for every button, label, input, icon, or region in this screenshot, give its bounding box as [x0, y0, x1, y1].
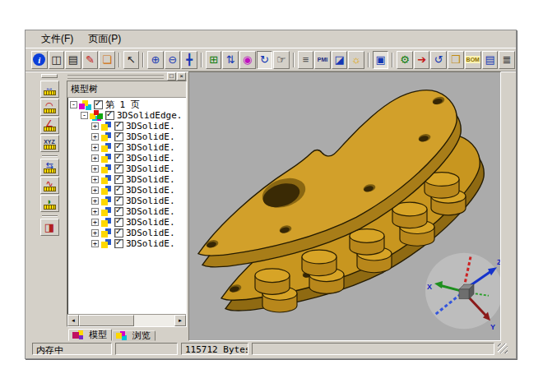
expand-toggle[interactable]: -: [81, 112, 88, 119]
visibility-checkbox[interactable]: [114, 218, 123, 227]
markup-pen-button[interactable]: ✎: [82, 51, 99, 69]
explode-button[interactable]: ⚙: [397, 51, 413, 69]
zoom-window-button[interactable]: ⊞: [206, 51, 222, 69]
tree-node-part[interactable]: + 3DSolidE.: [67, 206, 186, 217]
print-preview-button[interactable]: ◫: [49, 51, 65, 69]
zoom-dynamic-button[interactable]: ⇅: [222, 51, 239, 69]
orbit-button[interactable]: ◉: [239, 51, 256, 69]
scroll-left-button[interactable]: ◄: [67, 315, 79, 326]
measure-area-button[interactable]: ◗: [40, 195, 59, 212]
toolbar-icon: ⊞: [209, 54, 218, 65]
assembly-blocks-button[interactable]: ❒: [448, 51, 464, 69]
part-icon: [100, 207, 112, 216]
visibility-checkbox[interactable]: [114, 154, 123, 163]
measure-curve-button[interactable]: ∿: [40, 177, 59, 194]
tree-node-part[interactable]: + 3DSolidE.: [67, 238, 186, 249]
visibility-checkbox[interactable]: [114, 164, 123, 173]
expand-toggle[interactable]: +: [91, 122, 99, 130]
visibility-checkbox[interactable]: [94, 100, 103, 109]
resize-grip[interactable]: [498, 344, 508, 353]
measure-volume-button[interactable]: ◨: [40, 219, 59, 236]
expand-toggle[interactable]: +: [91, 229, 99, 237]
tree-node-assembly[interactable]: - 3DSolidEdge.: [67, 110, 186, 121]
zoom-in-button[interactable]: ⊕: [147, 51, 164, 69]
measure-radius-button[interactable]: ◠: [40, 99, 59, 116]
visibility-checkbox[interactable]: [114, 207, 123, 216]
scroll-thumb[interactable]: [79, 315, 134, 326]
tree-node-part[interactable]: + 3DSolidE.: [67, 185, 186, 196]
scroll-track[interactable]: [79, 315, 174, 326]
hand-pan-button[interactable]: ☞: [273, 51, 290, 69]
toolbar-icon: ↖: [127, 54, 136, 65]
tree-node-part[interactable]: + 3DSolidE.: [67, 131, 186, 142]
scroll-right-button[interactable]: ►: [174, 315, 186, 326]
tab-icon: [72, 330, 84, 339]
measure-gap-button[interactable]: ⇆: [40, 159, 59, 176]
gripper-lines[interactable]: [67, 74, 164, 79]
visibility-checkbox[interactable]: [105, 111, 114, 120]
tree-node-label: 3DSolidE.: [126, 142, 175, 153]
panel-maximize-button[interactable]: □: [167, 72, 176, 81]
tree-node-part[interactable]: + 3DSolidE.: [67, 228, 186, 238]
visibility-checkbox[interactable]: [114, 122, 123, 131]
tree-node-part[interactable]: + 3DSolidE.: [67, 164, 186, 174]
zoom-out-button[interactable]: ⊖: [165, 51, 181, 69]
expand-toggle[interactable]: +: [91, 187, 99, 194]
toolbar-icon: ☞: [276, 54, 286, 65]
expand-toggle[interactable]: +: [91, 176, 99, 183]
visibility-checkbox[interactable]: [114, 143, 123, 152]
visibility-checkbox[interactable]: [114, 228, 123, 238]
orientation-gizmo[interactable]: Z X Y: [425, 253, 500, 332]
visibility-checkbox[interactable]: [114, 196, 123, 205]
menu-file[interactable]: 文件(F): [34, 30, 81, 48]
tree-node-part[interactable]: + 3DSolidE.: [67, 142, 186, 153]
toolbar-gripper[interactable]: [41, 74, 58, 78]
expand-toggle[interactable]: +: [91, 165, 99, 173]
expand-toggle[interactable]: +: [91, 197, 99, 205]
measure-angle-button[interactable]: ∠: [40, 117, 59, 134]
tree-node-part[interactable]: + 3DSolidE.: [67, 196, 186, 206]
move-part-button[interactable]: ➔: [414, 51, 430, 69]
expand-toggle[interactable]: +: [91, 133, 99, 141]
tree-node-part[interactable]: + 3DSolidE.: [67, 121, 186, 131]
expand-toggle[interactable]: +: [91, 240, 99, 247]
tab-model[interactable]: 模型: [68, 329, 112, 341]
expand-toggle[interactable]: +: [91, 144, 99, 151]
print-button[interactable]: ▤: [65, 51, 81, 69]
report-button[interactable]: ▤: [482, 51, 499, 69]
visibility-checkbox[interactable]: [114, 186, 123, 195]
spin-button[interactable]: ↻: [257, 51, 273, 69]
export-button[interactable]: ❏: [99, 51, 115, 69]
snapshot-button[interactable]: ▣: [373, 51, 389, 69]
layers-button[interactable]: ≡: [298, 51, 314, 69]
viewport-3d[interactable]: Z X Y: [188, 71, 501, 341]
info-button[interactable]: i: [31, 51, 48, 69]
panel-gripper[interactable]: □ ×: [67, 71, 187, 81]
assembly-rotate-button[interactable]: ↺: [430, 51, 447, 69]
tree-horizontal-scrollbar[interactable]: ◄ ►: [67, 314, 186, 326]
panel-close-button[interactable]: ×: [177, 72, 186, 81]
tree-view-button[interactable]: ≣: [499, 51, 515, 69]
toolbar-icon: ✎: [86, 54, 95, 65]
expand-toggle[interactable]: +: [91, 208, 99, 215]
view-cube-button[interactable]: ◪: [332, 51, 348, 69]
tab-browse[interactable]: 浏览: [112, 330, 155, 341]
bom-button[interactable]: BOM: [465, 51, 481, 69]
select-cursor-button[interactable]: ↖: [123, 51, 140, 69]
measure-coordinate-button[interactable]: XYZ: [40, 135, 59, 152]
pmi-button[interactable]: PMI: [314, 51, 331, 69]
tree-node-part[interactable]: + 3DSolidE.: [67, 174, 186, 185]
expand-toggle[interactable]: +: [91, 154, 99, 162]
expand-toggle[interactable]: +: [91, 219, 99, 226]
visibility-checkbox[interactable]: [114, 239, 123, 248]
pan-button[interactable]: ╋: [181, 51, 197, 69]
tree-node-part[interactable]: + 3DSolidE.: [67, 217, 186, 228]
expand-toggle[interactable]: -: [70, 101, 77, 108]
light-button[interactable]: ☼: [348, 51, 364, 69]
visibility-checkbox[interactable]: [114, 175, 123, 184]
visibility-checkbox[interactable]: [114, 132, 123, 141]
measure-distance-button[interactable]: ↔: [40, 81, 59, 98]
tree-node-page[interactable]: - 第 1 页: [67, 99, 186, 110]
tree-node-part[interactable]: + 3DSolidE.: [67, 153, 186, 164]
menu-page[interactable]: 页面(P): [81, 30, 128, 48]
